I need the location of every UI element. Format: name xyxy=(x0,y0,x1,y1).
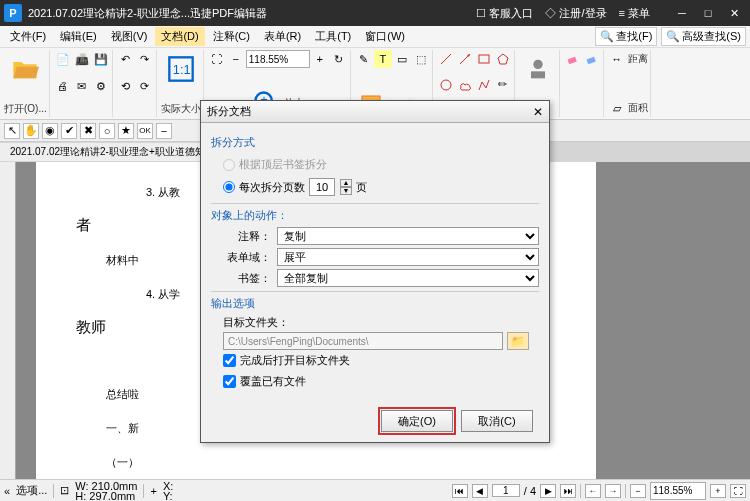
eraser-icon[interactable] xyxy=(564,50,582,68)
crop-icon[interactable]: ⊡ xyxy=(60,484,69,497)
open-button[interactable] xyxy=(6,50,44,88)
dialog-titlebar[interactable]: 拆分文档 ✕ xyxy=(201,101,549,123)
rect-icon[interactable] xyxy=(475,50,493,68)
collapse-icon[interactable]: « xyxy=(4,485,10,497)
menu-window[interactable]: 窗口(W) xyxy=(359,27,411,46)
actions-label: 对象上的动作： xyxy=(211,208,539,223)
bookmarks-label: 书签： xyxy=(223,271,271,286)
cursor-x: X: xyxy=(163,481,173,491)
service-link[interactable]: ☐ 客服入口 xyxy=(476,6,533,21)
fit-button[interactable]: ⛶ xyxy=(730,484,746,498)
search-button[interactable]: 🔍查找(F) xyxy=(595,27,657,46)
advanced-search-button[interactable]: 🔍高级查找(S) xyxy=(661,27,746,46)
first-page-button[interactable]: ⏮ xyxy=(452,484,468,498)
ok-icon[interactable]: OK xyxy=(137,123,153,139)
zoom-combo[interactable] xyxy=(246,50,310,68)
menu-edit[interactable]: 编辑(E) xyxy=(54,27,103,46)
ok-button[interactable]: 确定(O) xyxy=(381,410,453,432)
snapshot-icon[interactable]: ◉ xyxy=(42,123,58,139)
main-menu-link[interactable]: ≡ 菜单 xyxy=(619,6,650,21)
svg-line-6 xyxy=(441,54,451,64)
pages-input[interactable] xyxy=(309,178,335,196)
svg-marker-9 xyxy=(498,54,508,64)
new-icon[interactable]: 📄 xyxy=(54,50,72,68)
circle-icon[interactable] xyxy=(437,76,455,94)
titlebar: P 2021.07.02理论精讲2-职业理念...迅捷PDF编辑器 ☐ 客服入口… xyxy=(0,0,750,26)
actual-size-button[interactable]: 1:1 xyxy=(162,50,200,88)
eraser2-icon[interactable] xyxy=(583,50,601,68)
menu-view[interactable]: 视图(V) xyxy=(105,27,154,46)
document-tab[interactable]: 2021.07.02理论精讲2-职业理念+职业道德知 xyxy=(0,143,216,161)
open-after-checkbox[interactable] xyxy=(223,354,236,367)
menu-form[interactable]: 表单(R) xyxy=(258,27,307,46)
maximize-button[interactable]: □ xyxy=(696,4,720,22)
zoom-out-icon[interactable]: − xyxy=(227,50,245,68)
cancel-button[interactable]: 取消(C) xyxy=(461,410,533,432)
minus-icon[interactable]: − xyxy=(156,123,172,139)
last-page-button[interactable]: ⏭ xyxy=(560,484,576,498)
menubar: 文件(F) 编辑(E) 视图(V) 文档(D) 注释(C) 表单(R) 工具(T… xyxy=(0,26,750,48)
pages-spinner[interactable]: ▲▼ xyxy=(340,179,352,195)
check-icon[interactable]: ✔ xyxy=(61,123,77,139)
zoom-in-icon[interactable]: + xyxy=(311,50,329,68)
options-link[interactable]: 选项... xyxy=(16,483,47,498)
login-link[interactable]: ◇ 注册/登录 xyxy=(545,6,606,21)
rotate-left-icon[interactable]: ⟲ xyxy=(117,77,135,95)
zoom-in-button[interactable]: + xyxy=(710,484,726,498)
target-path-input[interactable] xyxy=(223,332,503,350)
cursor-y: Y: xyxy=(163,491,173,501)
highlight-icon[interactable]: T xyxy=(374,50,392,68)
browse-button[interactable]: 📁 xyxy=(507,332,529,350)
forward-button[interactable]: → xyxy=(605,484,621,498)
by-bookmark-label: 根据顶层书签拆分 xyxy=(239,157,327,172)
zoom-status-input[interactable] xyxy=(650,482,706,500)
menu-tools[interactable]: 工具(T) xyxy=(309,27,357,46)
by-bookmark-radio[interactable] xyxy=(223,159,235,171)
back-button[interactable]: ← xyxy=(585,484,601,498)
arrow-icon[interactable] xyxy=(456,50,474,68)
settings-icon[interactable]: ⚙ xyxy=(92,77,110,95)
scan-icon[interactable]: 📠 xyxy=(73,50,91,68)
bookmarks-combo[interactable]: 全部复制 xyxy=(277,269,539,287)
page-number-input[interactable] xyxy=(492,484,520,497)
polyline-icon[interactable] xyxy=(475,76,493,94)
fit-page-icon[interactable]: ⛶ xyxy=(208,50,226,68)
prev-page-button[interactable]: ◀ xyxy=(472,484,488,498)
form-icon[interactable]: ▭ xyxy=(393,50,411,68)
menu-comment[interactable]: 注释(C) xyxy=(207,27,256,46)
line-icon[interactable] xyxy=(437,50,455,68)
comments-combo[interactable]: 复制 xyxy=(277,227,539,245)
overwrite-checkbox[interactable] xyxy=(223,375,236,388)
star-icon[interactable]: ★ xyxy=(118,123,134,139)
pencil-icon[interactable]: ✏ xyxy=(494,76,512,94)
actual-label: 实际大小 xyxy=(161,101,201,117)
mail-icon[interactable]: ✉ xyxy=(73,77,91,95)
cloud-icon[interactable] xyxy=(456,76,474,94)
area-icon[interactable]: ▱ xyxy=(608,99,626,117)
distance-icon[interactable]: ↔ xyxy=(608,50,626,68)
button-icon[interactable]: ⬚ xyxy=(412,50,430,68)
cross-icon[interactable]: ✖ xyxy=(80,123,96,139)
minimize-button[interactable]: ─ xyxy=(670,4,694,22)
formfields-combo[interactable]: 展平 xyxy=(277,248,539,266)
menu-document[interactable]: 文档(D) xyxy=(155,27,204,46)
next-page-button[interactable]: ▶ xyxy=(540,484,556,498)
redo-icon[interactable]: ↷ xyxy=(136,50,154,68)
select-tool[interactable]: ↖ xyxy=(4,123,20,139)
rotate-icon[interactable]: ↻ xyxy=(330,50,348,68)
undo-icon[interactable]: ↶ xyxy=(117,50,135,68)
dialog-close-button[interactable]: ✕ xyxy=(533,105,543,119)
edit-text-icon[interactable]: ✎ xyxy=(355,50,373,68)
by-pages-radio[interactable] xyxy=(223,181,235,193)
close-button[interactable]: ✕ xyxy=(722,4,746,22)
rotate-right-icon[interactable]: ⟳ xyxy=(136,77,154,95)
menu-file[interactable]: 文件(F) xyxy=(4,27,52,46)
circle-mark-icon[interactable]: ○ xyxy=(99,123,115,139)
stamp-button[interactable] xyxy=(519,50,557,88)
hand-tool[interactable]: ✋ xyxy=(23,123,39,139)
zoom-out-button[interactable]: − xyxy=(630,484,646,498)
polygon-icon[interactable] xyxy=(494,50,512,68)
save-icon[interactable]: 💾 xyxy=(92,50,110,68)
print-icon[interactable]: 🖨 xyxy=(54,77,72,95)
svg-rect-14 xyxy=(586,57,595,64)
